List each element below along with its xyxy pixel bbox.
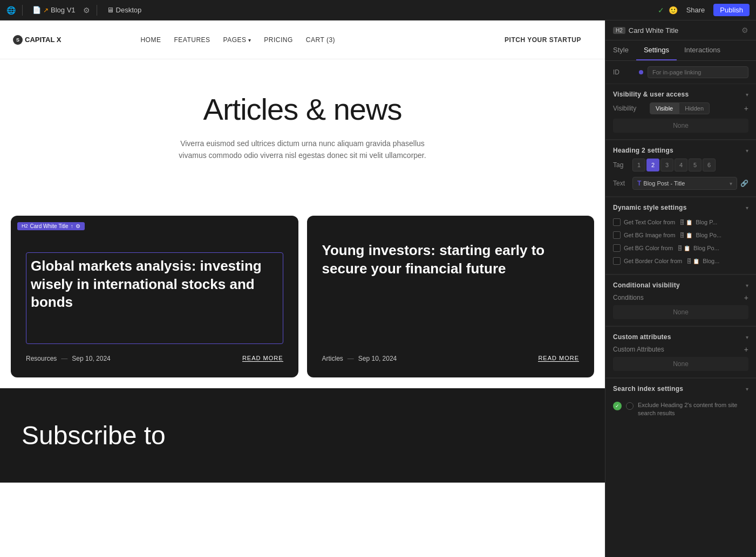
dynamic-style-section-title: Dynamic style settings bbox=[613, 204, 687, 211]
dyn-icons-border-color: 🗄 📋 bbox=[686, 258, 699, 264]
tag-btn-4[interactable]: 4 bbox=[675, 159, 687, 171]
dyn-text-bg-image: Get BG Image from bbox=[624, 232, 675, 238]
dyn-source-bg-color: Blog Po... bbox=[693, 245, 719, 251]
globe-icon[interactable]: 🌐 bbox=[6, 6, 16, 15]
blog-section: Articles & news Viverra euismod sed ultr… bbox=[0, 59, 605, 216]
website-preview[interactable]: S CAPITAL X HOME FEATURES PAGES PRICING … bbox=[0, 20, 605, 557]
site-cta-button[interactable]: PITCH YOUR STARTUP bbox=[494, 31, 592, 49]
visibility-section-header[interactable]: Visibility & user access ▾ bbox=[605, 84, 756, 102]
tag-btn-6[interactable]: 6 bbox=[703, 159, 716, 171]
right-panel: H2 Card White Title ⚙ Style Settings Int… bbox=[605, 20, 756, 557]
panel-tabs: Style Settings Interactions bbox=[605, 40, 756, 61]
nav-link-cart[interactable]: CART (3) bbox=[306, 36, 335, 44]
card-1-gear-icon[interactable]: ⚙ bbox=[76, 223, 80, 229]
search-exclude-text: Exclude Heading 2's content from site se… bbox=[638, 401, 748, 418]
visibility-none: None bbox=[613, 119, 748, 133]
heading2-section-header[interactable]: Heading 2 settings ▾ bbox=[605, 140, 756, 159]
dyn-source-border-color: Blog... bbox=[703, 258, 719, 264]
dyn-item-bg-color: Get BG Color from 🗄 📋 Blog Po... bbox=[613, 242, 748, 255]
visibility-visible-btn[interactable]: Visible bbox=[650, 102, 679, 114]
conditions-add-icon[interactable]: + bbox=[744, 293, 748, 302]
tag-btn-2[interactable]: 2 bbox=[646, 159, 659, 171]
conditional-vis-section-header[interactable]: Conditional visibility ▾ bbox=[605, 275, 756, 293]
dyn-icons-text-color: 🗄 📋 bbox=[679, 219, 692, 225]
nav-link-pages[interactable]: PAGES bbox=[223, 36, 251, 44]
nav-link-features[interactable]: FEATURES bbox=[174, 36, 210, 44]
file-icon: 📄 bbox=[32, 6, 41, 14]
dyn-text-bg-color: Get BG Color from bbox=[624, 245, 673, 251]
share-button[interactable]: Share bbox=[682, 4, 710, 16]
settings-icon[interactable]: ⚙ bbox=[83, 6, 90, 15]
tag-btn-5[interactable]: 5 bbox=[689, 159, 701, 171]
card-2-read-more[interactable]: READ MORE bbox=[538, 355, 579, 362]
nav-links: HOME FEATURES PAGES PRICING CART (3) bbox=[140, 36, 335, 44]
dyn-source-text-color: Blog P... bbox=[696, 219, 717, 225]
custom-attr-title: Custom attributes bbox=[613, 333, 671, 341]
nav-link-pricing[interactable]: PRICING bbox=[264, 36, 293, 44]
status-check-icon: ✓ bbox=[658, 6, 664, 15]
card-1-read-more[interactable]: READ MORE bbox=[242, 355, 283, 362]
tag-btn-3[interactable]: 3 bbox=[660, 159, 673, 171]
conditional-vis-chevron-icon: ▾ bbox=[746, 283, 748, 288]
card-1-up-icon[interactable]: ↑ bbox=[71, 223, 73, 229]
visibility-hidden-btn[interactable]: Hidden bbox=[679, 102, 710, 114]
toolbar-separator-2 bbox=[97, 5, 97, 16]
card-1-separator: — bbox=[61, 355, 67, 362]
file-name: Blog V1 bbox=[51, 6, 76, 14]
visibility-section-body: Visibility Visible Hidden + None bbox=[605, 102, 756, 140]
search-exclude-row: ✓ Exclude Heading 2's content from site … bbox=[613, 401, 748, 418]
card-1-element-name: Card White Title bbox=[30, 223, 69, 229]
search-sub-checkbox[interactable] bbox=[626, 402, 634, 410]
tab-settings[interactable]: Settings bbox=[636, 40, 677, 60]
dyn-db-icon-2: 🗄 bbox=[679, 232, 685, 238]
dyn-icons-bg-color: 🗄 📋 bbox=[677, 245, 690, 251]
custom-attr-row: Custom Attributes + bbox=[613, 345, 748, 354]
logo-text: CAPITAL X bbox=[25, 36, 61, 44]
panel-header: H2 Card White Title ⚙ bbox=[605, 20, 756, 40]
panel-element-title: Card White Title bbox=[629, 26, 678, 35]
desktop-icon: 🖥 bbox=[107, 6, 114, 14]
visibility-section-title: Visibility & user access bbox=[613, 91, 689, 98]
dyn-checkbox-bg-color[interactable] bbox=[613, 244, 621, 252]
card-2[interactable]: Young investors: starting early to secur… bbox=[307, 216, 595, 377]
search-checked-icon[interactable]: ✓ bbox=[613, 402, 622, 410]
search-index-section-header[interactable]: Search index settings ▾ bbox=[605, 379, 756, 397]
id-label: ID bbox=[613, 68, 635, 76]
text-row: Text T Blog Post - Title ▾ 🔗 bbox=[613, 177, 748, 190]
tag-buttons: 1 2 3 4 5 6 bbox=[632, 159, 716, 171]
dyn-db-icon-1: 🗄 bbox=[679, 219, 685, 225]
tag-btn-1[interactable]: 1 bbox=[632, 159, 645, 171]
text-link-icon[interactable]: 🔗 bbox=[740, 180, 748, 187]
custom-attr-section-header[interactable]: Custom attributes ▾ bbox=[605, 327, 756, 345]
panel-header-settings-icon[interactable]: ⚙ bbox=[741, 26, 748, 35]
search-index-body: ✓ Exclude Heading 2's content from site … bbox=[605, 397, 756, 424]
blog-subtitle: Viverra euismod sed ultrices dictum urna… bbox=[168, 137, 438, 162]
tab-style[interactable]: Style bbox=[605, 40, 636, 60]
dyn-checkbox-bg-image[interactable] bbox=[613, 231, 621, 239]
card-1-footer: Resources — Sep 10, 2024 READ MORE bbox=[26, 344, 283, 362]
custom-attr-add-icon[interactable]: + bbox=[744, 345, 748, 354]
dyn-checkbox-text-color[interactable] bbox=[613, 218, 621, 226]
site-nav: S CAPITAL X HOME FEATURES PAGES PRICING … bbox=[0, 20, 605, 59]
dyn-icons-bg-image: 🗄 📋 bbox=[679, 232, 692, 238]
dynamic-style-section-header[interactable]: Dynamic style settings ▾ bbox=[605, 197, 756, 216]
id-input[interactable] bbox=[648, 66, 748, 78]
publish-button[interactable]: Publish bbox=[713, 4, 750, 16]
dyn-checkbox-border-color[interactable] bbox=[613, 257, 621, 265]
conditions-none: None bbox=[613, 305, 748, 319]
conditions-row: Conditions + bbox=[613, 293, 748, 302]
file-tab[interactable]: 📄 ↗ Blog V1 bbox=[29, 5, 79, 15]
desktop-selector[interactable]: 🖥 Desktop bbox=[104, 5, 145, 15]
card-1[interactable]: H2 Card White Title ↑ ⚙ Global markets a… bbox=[11, 216, 298, 377]
heading2-section-body: Tag 1 2 3 4 5 6 Text T Blog Post - Title… bbox=[605, 159, 756, 197]
nav-link-home[interactable]: HOME bbox=[140, 36, 161, 44]
text-type-icon: T bbox=[637, 180, 641, 187]
dyn-grid-icon-4: 📋 bbox=[693, 258, 699, 264]
subscribe-section: Subscribe to bbox=[0, 388, 605, 483]
text-selector[interactable]: T Blog Post - Title ▾ bbox=[632, 177, 737, 190]
toolbar-left: 🌐 📄 ↗ Blog V1 ⚙ 🖥 Desktop bbox=[6, 5, 145, 16]
visibility-add-icon[interactable]: + bbox=[744, 104, 748, 113]
id-dot bbox=[639, 70, 643, 74]
dynamic-style-section-body: Get Text Color from 🗄 📋 Blog P... Get BG… bbox=[605, 216, 756, 274]
tab-interactions[interactable]: Interactions bbox=[677, 40, 728, 60]
